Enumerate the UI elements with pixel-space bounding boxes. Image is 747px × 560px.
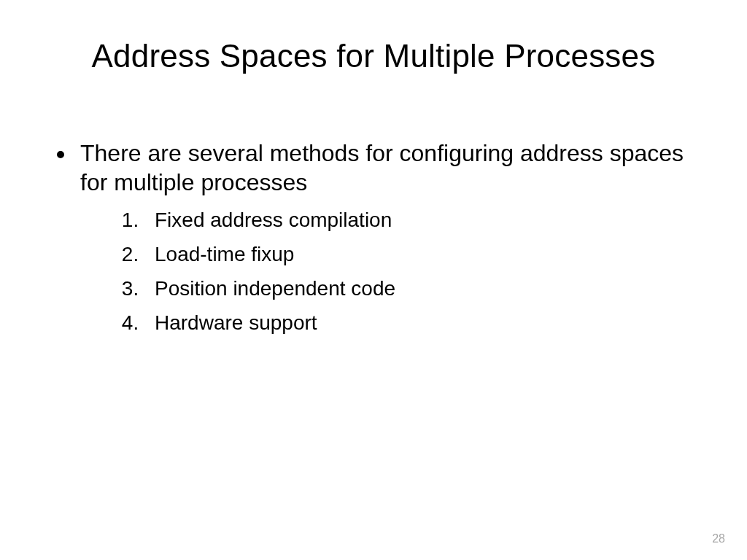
bullet-text: There are several methods for configurin…: [80, 140, 684, 195]
list-item: Load-time fixup: [144, 241, 696, 267]
list-item: Position independent code: [144, 276, 696, 301]
slide-body: There are several methods for configurin…: [51, 139, 696, 344]
list-item: Hardware support: [144, 310, 696, 335]
slide-title: Address Spaces for Multiple Processes: [0, 38, 747, 74]
slide: Address Spaces for Multiple Processes Th…: [0, 0, 747, 560]
bullet-list: There are several methods for configurin…: [51, 139, 696, 335]
list-item: Fixed address compilation: [144, 207, 696, 233]
numbered-list: Fixed address compilation Load-time fixu…: [80, 207, 696, 335]
page-number: 28: [712, 532, 725, 545]
bullet-item: There are several methods for configurin…: [76, 139, 696, 335]
